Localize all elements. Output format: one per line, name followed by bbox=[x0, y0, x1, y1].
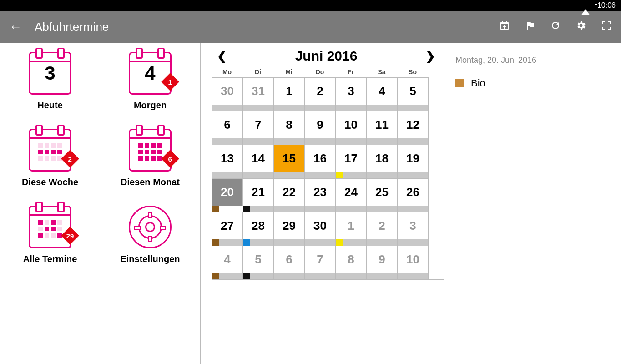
nav-label: Diese Woche bbox=[22, 177, 78, 187]
calendar-day[interactable]: 6 bbox=[274, 246, 305, 273]
event-chip bbox=[243, 273, 250, 279]
detail-date: Montag, 20. Juni 2016 bbox=[455, 56, 614, 69]
calendar-icon: 3 bbox=[29, 52, 71, 95]
calendar-day[interactable]: 10 bbox=[398, 246, 429, 273]
sidebar: 3 Heute 4 Morgen 1 Diese Woche 2 Diesen … bbox=[0, 43, 201, 364]
calendar-day[interactable]: 12 bbox=[398, 111, 429, 138]
event-chip bbox=[212, 206, 219, 212]
calendar-title: Juni 2016 bbox=[295, 48, 358, 64]
calendar-day[interactable]: 4 bbox=[367, 77, 398, 105]
calendar-day[interactable]: 26 bbox=[398, 178, 429, 206]
calendar-day[interactable]: 5 bbox=[243, 246, 274, 273]
calendar-week: 13141516171819 bbox=[212, 145, 444, 178]
event-chip bbox=[212, 239, 219, 246]
calendar-day[interactable]: 13 bbox=[212, 145, 243, 172]
calendar-day[interactable]: 8 bbox=[274, 111, 305, 138]
flag-icon[interactable] bbox=[525, 20, 535, 34]
calendar-day[interactable]: 10 bbox=[336, 111, 367, 138]
calendar-day[interactable]: 31 bbox=[243, 77, 274, 105]
calendar-day[interactable]: 5 bbox=[398, 77, 429, 105]
calendar-day[interactable]: 1 bbox=[274, 77, 305, 105]
wifi-icon bbox=[581, 1, 590, 10]
calendar-day[interactable]: 23 bbox=[305, 178, 336, 206]
calendar-grid: 3031123456789101112131415161718192021222… bbox=[212, 77, 444, 280]
calendar-add-icon[interactable] bbox=[499, 20, 510, 34]
calendar-day[interactable]: 3 bbox=[398, 212, 429, 239]
nav-tomorrow[interactable]: 4 Morgen 1 bbox=[100, 52, 200, 111]
calendar-week: 6789101112 bbox=[212, 111, 444, 145]
event-chip bbox=[212, 273, 219, 279]
nav-label: Heute bbox=[37, 100, 63, 111]
calendar-day[interactable]: 4 bbox=[212, 246, 243, 273]
calendar-day[interactable]: 20 bbox=[212, 178, 243, 206]
prev-month-button[interactable]: ❮ bbox=[217, 49, 227, 63]
gear-icon bbox=[129, 206, 172, 248]
calendar-week: 45678910 bbox=[212, 246, 444, 280]
calendar-week-icon bbox=[29, 129, 71, 172]
calendar-day[interactable]: 2 bbox=[305, 77, 336, 105]
event-color-swatch bbox=[455, 79, 464, 87]
event-chip bbox=[243, 239, 250, 246]
event-strip bbox=[212, 239, 429, 246]
nav-label: Morgen bbox=[134, 100, 167, 111]
nav-label: Diesen Monat bbox=[121, 177, 180, 187]
calendar-day[interactable]: 9 bbox=[367, 246, 398, 273]
calendar-day[interactable]: 30 bbox=[212, 77, 243, 105]
calendar-day[interactable]: 7 bbox=[243, 111, 274, 138]
event-chip bbox=[243, 206, 250, 212]
status-bar: 10:06 bbox=[0, 0, 621, 11]
event-chip bbox=[336, 239, 343, 246]
event-strip bbox=[212, 105, 429, 111]
settings-icon[interactable] bbox=[576, 20, 586, 34]
next-month-button[interactable]: ❯ bbox=[425, 49, 435, 63]
calendar-day[interactable]: 29 bbox=[274, 212, 305, 239]
nav-this-month[interactable]: Diesen Monat 6 bbox=[100, 129, 200, 187]
calendar-day[interactable]: 21 bbox=[243, 178, 274, 206]
refresh-icon[interactable] bbox=[550, 20, 561, 34]
event-row[interactable]: Bio bbox=[455, 77, 614, 89]
detail-panel: Montag, 20. Juni 2016 Bio bbox=[444, 43, 621, 364]
calendar-day[interactable]: 18 bbox=[367, 145, 398, 172]
calendar-day[interactable]: 2 bbox=[367, 212, 398, 239]
calendar-day[interactable]: 1 bbox=[336, 212, 367, 239]
nav-today[interactable]: 3 Heute bbox=[0, 52, 100, 111]
nav-all[interactable]: Alle Termine 29 bbox=[0, 206, 100, 264]
calendar-week: 303112345 bbox=[212, 77, 444, 111]
calendar-day[interactable]: 27 bbox=[212, 212, 243, 239]
day-of-week-row: Mo Di Mi Do Fr Sa So bbox=[212, 68, 444, 76]
status-time: 10:06 bbox=[597, 1, 616, 10]
calendar-week: 27282930123 bbox=[212, 212, 444, 246]
calendar-day[interactable]: 16 bbox=[305, 145, 336, 172]
event-chip bbox=[336, 172, 343, 178]
calendar-icon: 4 bbox=[129, 52, 172, 95]
nav-settings[interactable]: Einstellungen bbox=[100, 206, 200, 264]
calendar-day[interactable]: 14 bbox=[243, 145, 274, 172]
calendar-day[interactable]: 6 bbox=[212, 111, 243, 138]
calendar-day[interactable]: 3 bbox=[336, 77, 367, 105]
calendar-day[interactable]: 25 bbox=[367, 178, 398, 206]
event-label: Bio bbox=[471, 77, 485, 89]
calendar-day[interactable]: 28 bbox=[243, 212, 274, 239]
calendar-day[interactable]: 19 bbox=[398, 145, 429, 172]
calendar-day[interactable]: 9 bbox=[305, 111, 336, 138]
calendar-day[interactable]: 11 bbox=[367, 111, 398, 138]
event-strip bbox=[212, 172, 429, 178]
nav-label: Alle Termine bbox=[23, 254, 77, 264]
nav-this-week[interactable]: Diese Woche 2 bbox=[0, 129, 100, 187]
event-strip bbox=[212, 273, 429, 279]
calendar-day[interactable]: 30 bbox=[305, 212, 336, 239]
action-bar: ← Abfuhrtermine bbox=[0, 11, 621, 43]
calendar-day[interactable]: 17 bbox=[336, 145, 367, 172]
back-button[interactable]: ← bbox=[9, 20, 22, 34]
calendar-day[interactable]: 7 bbox=[305, 246, 336, 273]
calendar-day[interactable]: 22 bbox=[274, 178, 305, 206]
calendar-day[interactable]: 8 bbox=[336, 246, 367, 273]
calendar-day[interactable]: 24 bbox=[336, 178, 367, 206]
calendar: ❮ Juni 2016 ❯ Mo Di Mi Do Fr Sa So 30311… bbox=[201, 43, 444, 364]
fullscreen-icon[interactable] bbox=[601, 20, 612, 34]
calendar-month-icon bbox=[129, 129, 172, 172]
event-strip bbox=[212, 138, 429, 145]
calendar-day[interactable]: 15 bbox=[274, 145, 305, 172]
nav-label: Einstellungen bbox=[120, 254, 180, 264]
page-title: Abfuhrtermine bbox=[35, 20, 499, 34]
